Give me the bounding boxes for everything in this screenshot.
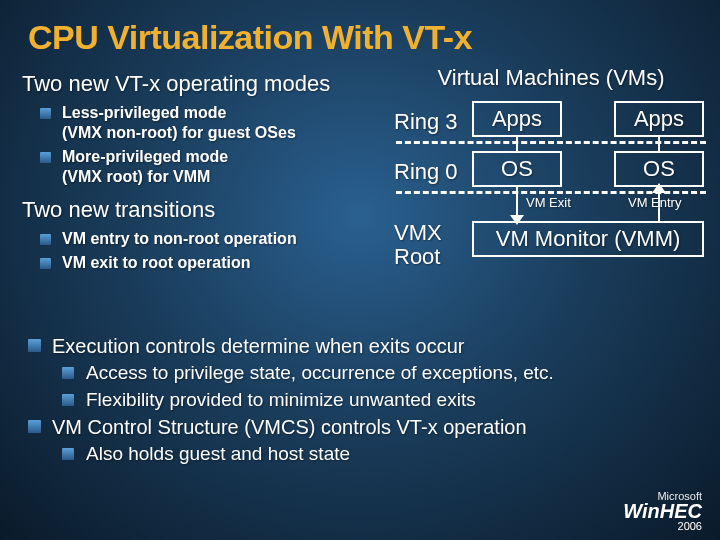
- apps-box-2: Apps: [614, 101, 704, 137]
- connector: [516, 137, 518, 153]
- transitions-list: VM entry to non-root operation VM exit t…: [62, 229, 402, 273]
- text: More-privileged mode: [62, 148, 228, 165]
- modes-list: Less-privileged mode (VMX non-root) for …: [62, 103, 402, 187]
- vm-entry-label: VM Entry: [628, 195, 708, 210]
- heading-modes: Two new VT-x operating modes: [22, 71, 402, 97]
- os-box-1: OS: [472, 151, 562, 187]
- ring3-label: Ring 3: [394, 109, 458, 135]
- list-item: VM entry to non-root operation: [62, 229, 402, 249]
- vm-exit-label: VM Exit: [526, 195, 571, 210]
- bottom-sublist: Access to privilege state, occurrence of…: [86, 361, 702, 412]
- bottom-list: Execution controls determine when exits …: [22, 333, 702, 359]
- connector: [658, 137, 660, 153]
- list-item: VM exit to root operation: [62, 253, 402, 273]
- bottom-sublist: Also holds guest and host state: [86, 442, 702, 467]
- bottom-list: VM Control Structure (VMCS) controls VT-…: [22, 414, 702, 440]
- diagram-title: Virtual Machines (VMs): [396, 65, 706, 91]
- microsoft-label: Microsoft: [657, 490, 702, 502]
- list-item: Access to privilege state, occurrence of…: [86, 361, 702, 386]
- list-item: Also holds guest and host state: [86, 442, 702, 467]
- vm-diagram: Virtual Machines (VMs) Ring 3 Ring 0 App…: [396, 65, 706, 227]
- footer-logo: Microsoft WinHEC 2006: [623, 490, 702, 532]
- ring0-label: Ring 0: [394, 159, 458, 185]
- text: Root: [394, 244, 440, 269]
- list-item: VM Control Structure (VMCS) controls VT-…: [52, 414, 702, 440]
- list-item: Less-privileged mode (VMX non-root) for …: [62, 103, 402, 143]
- text: VMX: [394, 220, 442, 245]
- text: Less-privileged mode: [62, 104, 227, 121]
- left-column: Two new VT-x operating modes Less-privil…: [22, 71, 402, 283]
- year-label: 2006: [678, 520, 702, 532]
- list-item: Flexibility provided to minimize unwante…: [86, 388, 702, 413]
- text: (VMX root) for VMM: [62, 168, 210, 185]
- rings-area: Ring 3 Ring 0 Apps Apps OS OS VM Exit VM…: [396, 97, 706, 227]
- arrow-up-icon: [652, 183, 666, 193]
- list-item: More-privileged mode (VMX root) for VMM: [62, 147, 402, 187]
- winhec-label: WinHEC: [623, 502, 702, 520]
- slide-title: CPU Virtualization With VT-x: [0, 0, 720, 71]
- vmx-root-label: VMX Root: [394, 221, 442, 269]
- text: (VMX non-root) for guest OSes: [62, 124, 296, 141]
- os-box-2: OS: [614, 151, 704, 187]
- bottom-block: Execution controls determine when exits …: [22, 333, 702, 469]
- apps-box-1: Apps: [472, 101, 562, 137]
- list-item: Execution controls determine when exits …: [52, 333, 702, 359]
- heading-transitions: Two new transitions: [22, 197, 402, 223]
- vmm-box: VM Monitor (VMM): [472, 221, 704, 257]
